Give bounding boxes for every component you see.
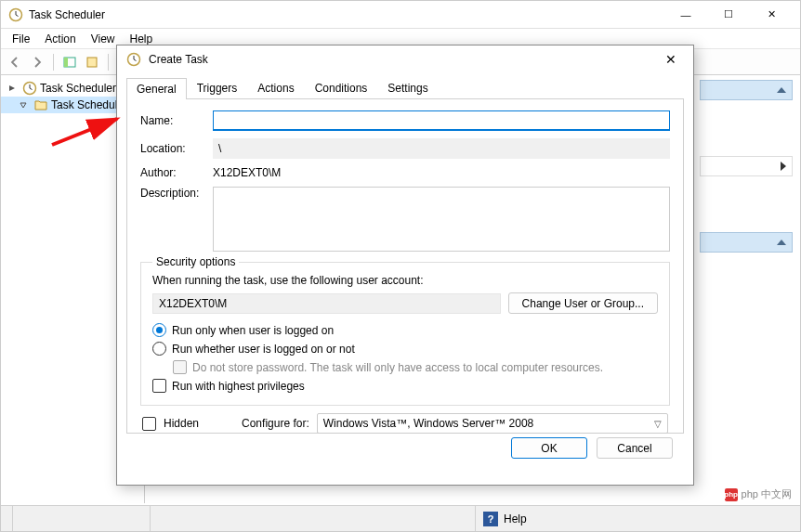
- description-input[interactable]: [213, 187, 670, 252]
- no-store-pw-checkbox: [173, 360, 187, 374]
- radio-not-logged[interactable]: [152, 342, 166, 356]
- show-hide-console-button[interactable]: [59, 52, 80, 72]
- tabstrip: General Triggers Actions Conditions Sett…: [126, 77, 684, 99]
- toolbar-separator: [53, 54, 54, 71]
- close-button[interactable]: ✕: [750, 1, 793, 29]
- app-icon: [8, 7, 23, 22]
- chevron-down-icon: ▽: [654, 419, 662, 429]
- tab-conditions[interactable]: Conditions: [305, 77, 378, 98]
- hidden-checkbox[interactable]: [142, 417, 156, 431]
- scheduler-icon: [22, 81, 37, 96]
- configure-for-select[interactable]: Windows Vista™, Windows Server™ 2008 ▽: [317, 413, 668, 434]
- radio-logged-on[interactable]: [152, 323, 166, 337]
- author-label: Author:: [140, 166, 213, 179]
- folder-icon: [33, 97, 48, 112]
- window-controls: — ☐ ✕: [664, 1, 793, 29]
- help-icon: ?: [483, 512, 498, 526]
- tab-general[interactable]: General: [126, 78, 187, 99]
- minimize-button[interactable]: —: [664, 1, 707, 29]
- security-user-box: X12DEXT0\M: [152, 293, 501, 314]
- location-label: Location:: [140, 142, 213, 155]
- name-input[interactable]: [213, 110, 670, 131]
- menu-file[interactable]: File: [5, 31, 37, 47]
- actions-header[interactable]: [700, 80, 793, 100]
- status-help[interactable]: ? Help: [475, 506, 800, 531]
- security-prompt: When running the task, use the following…: [152, 274, 658, 287]
- description-label: Description:: [140, 187, 213, 200]
- actions-expand-row[interactable]: [700, 156, 793, 176]
- tab-settings[interactable]: Settings: [377, 77, 438, 98]
- expand-icon[interactable]: [5, 81, 20, 96]
- tree-library-label: Task Schedule: [51, 98, 124, 111]
- expand-right-icon: [781, 162, 786, 171]
- svg-rect-2: [64, 58, 68, 67]
- statusbar: ? Help: [1, 505, 800, 531]
- radio-logged-on-label: Run only when user is logged on: [172, 324, 334, 337]
- window-title: Task Scheduler: [29, 8, 664, 21]
- collapse-up-icon: [777, 240, 786, 245]
- dialog-close-button[interactable]: ✕: [658, 52, 684, 67]
- no-store-pw-row: Do not store password. The task will onl…: [173, 360, 658, 374]
- nav-back-button[interactable]: [5, 52, 25, 72]
- titlebar: Task Scheduler — ☐ ✕: [1, 1, 800, 29]
- radio-not-logged-row[interactable]: Run whether user is logged on or not: [152, 342, 658, 356]
- highest-priv-row[interactable]: Run with highest privileges: [152, 379, 658, 393]
- status-pane-2: [150, 506, 475, 531]
- status-pane-1: [12, 506, 150, 531]
- hidden-label: Hidden: [164, 417, 199, 430]
- nav-forward-button[interactable]: [27, 52, 47, 72]
- watermark: php php 中文网: [719, 487, 797, 502]
- change-user-button[interactable]: Change User or Group...: [508, 292, 658, 314]
- no-store-pw-label: Do not store password. The task will onl…: [192, 361, 603, 374]
- actions-pane: [700, 80, 793, 308]
- actions-header-2[interactable]: [700, 232, 793, 253]
- configure-for-label: Configure for:: [242, 417, 309, 430]
- ok-button[interactable]: OK: [511, 437, 587, 459]
- highest-priv-checkbox[interactable]: [152, 379, 166, 393]
- expand-icon[interactable]: [16, 97, 31, 112]
- dialog-icon: [126, 52, 141, 67]
- create-task-dialog: Create Task ✕ General Triggers Actions C…: [116, 45, 694, 486]
- dialog-titlebar[interactable]: Create Task ✕: [117, 45, 693, 73]
- configure-for-value: Windows Vista™, Windows Server™ 2008: [323, 417, 534, 430]
- tab-general-panel: Name: Location: \ Author: X12DEXT0\M Des…: [126, 99, 684, 434]
- radio-not-logged-label: Run whether user is logged on or not: [172, 343, 355, 356]
- dialog-title: Create Task: [149, 53, 658, 66]
- author-value: X12DEXT0\M: [213, 166, 670, 179]
- properties-button[interactable]: [82, 52, 102, 72]
- security-options-group: Security options When running the task, …: [140, 262, 670, 406]
- menu-action[interactable]: Action: [37, 31, 83, 47]
- highest-priv-label: Run with highest privileges: [172, 380, 305, 393]
- svg-rect-3: [87, 58, 97, 67]
- radio-logged-on-row[interactable]: Run only when user is logged on: [152, 323, 658, 337]
- watermark-logo: php: [725, 488, 738, 501]
- collapse-up-icon: [777, 87, 786, 93]
- toolbar-separator: [108, 54, 109, 71]
- location-value: \: [213, 138, 670, 159]
- security-legend: Security options: [152, 255, 239, 268]
- tab-triggers[interactable]: Triggers: [187, 77, 248, 98]
- status-help-label: Help: [504, 513, 527, 526]
- maximize-button[interactable]: ☐: [707, 1, 750, 29]
- name-label: Name:: [140, 114, 213, 127]
- watermark-text: php 中文网: [742, 487, 792, 501]
- cancel-button[interactable]: Cancel: [597, 437, 673, 459]
- tab-actions[interactable]: Actions: [247, 77, 304, 98]
